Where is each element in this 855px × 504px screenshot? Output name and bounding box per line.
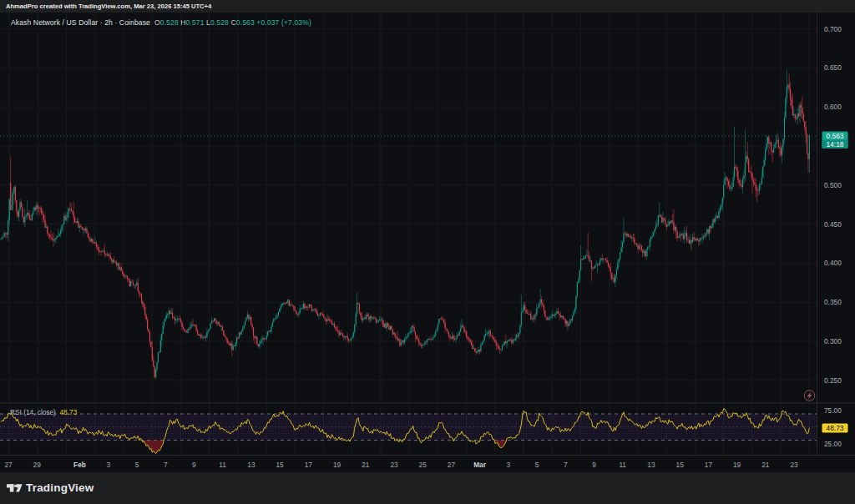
svg-text:0.350: 0.350 [824,298,842,306]
svg-text:29: 29 [33,461,42,469]
svg-text:13: 13 [647,461,655,469]
svg-text:11: 11 [219,461,226,469]
svg-text:27: 27 [4,461,13,469]
svg-text:5: 5 [535,461,539,469]
svg-text:27: 27 [448,461,456,469]
svg-text:19: 19 [733,461,741,469]
svg-text:21: 21 [362,461,370,469]
svg-text:0.400: 0.400 [824,259,842,267]
svg-text:5: 5 [135,461,139,469]
svg-text:21: 21 [761,461,770,469]
svg-text:7: 7 [564,461,568,469]
svg-text:0.600: 0.600 [824,103,842,111]
svg-text:0.563: 0.563 [827,132,844,140]
svg-text:17: 17 [305,461,313,469]
svg-text:0.450: 0.450 [824,220,842,229]
svg-text:15: 15 [276,461,284,469]
svg-text:0.250: 0.250 [824,376,842,385]
svg-text:15: 15 [676,461,685,469]
svg-text:19: 19 [333,461,341,469]
svg-text:25.00: 25.00 [824,440,842,448]
svg-text:23: 23 [390,461,398,469]
svg-text:0.650: 0.650 [824,63,842,72]
svg-text:0.300: 0.300 [824,337,842,345]
svg-text:17: 17 [705,461,713,469]
svg-text:13: 13 [247,461,255,469]
svg-text:9: 9 [192,461,196,469]
svg-text:11: 11 [619,461,626,469]
svg-text:9: 9 [592,461,596,469]
svg-text:Mar: Mar [473,461,487,469]
svg-text:23: 23 [790,461,798,469]
svg-text:3: 3 [507,461,511,469]
svg-text:3: 3 [106,461,110,469]
svg-text:48.73: 48.73 [827,424,844,432]
svg-text:0.500: 0.500 [824,181,842,189]
svg-text:14:18: 14:18 [827,140,844,149]
svg-text:Feb: Feb [73,461,86,469]
svg-text:0.700: 0.700 [824,25,842,33]
svg-text:75.00: 75.00 [824,406,842,415]
svg-text:7: 7 [164,461,168,469]
svg-text:25: 25 [419,461,428,469]
